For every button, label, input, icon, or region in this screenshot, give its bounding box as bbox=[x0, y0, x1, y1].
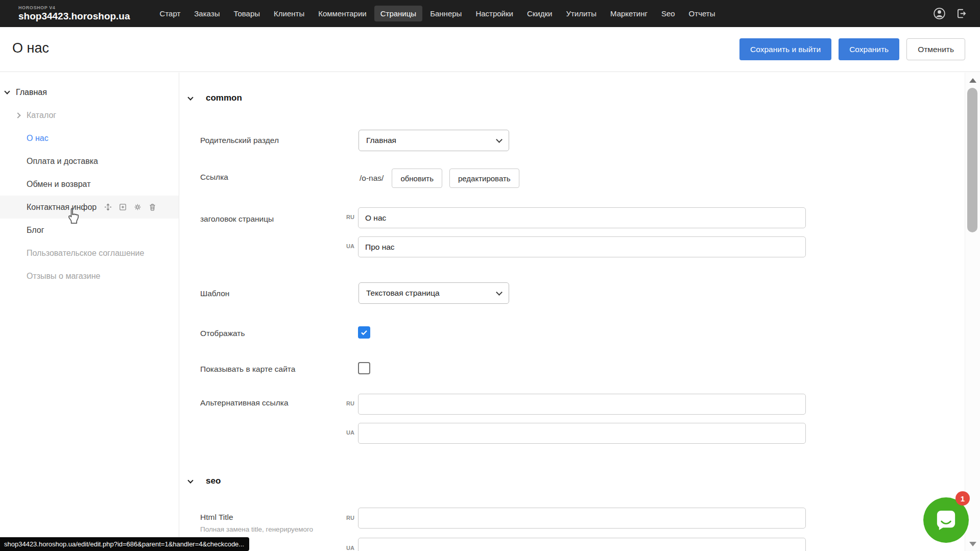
link-path: /o-nas/ bbox=[360, 174, 384, 183]
sidebar-row-actions bbox=[104, 203, 157, 211]
link-controls: /o-nas/ обновить редактировать bbox=[360, 169, 519, 188]
link-refresh-button[interactable]: обновить bbox=[392, 169, 442, 188]
check-icon bbox=[360, 328, 368, 337]
lang-ua-badge: UA bbox=[340, 545, 354, 551]
page-title: О нас bbox=[12, 40, 49, 56]
sidebar-item[interactable]: Главная bbox=[0, 81, 179, 104]
lang-ua-badge: UA bbox=[340, 429, 354, 436]
settings-icon[interactable] bbox=[133, 203, 142, 211]
chat-bubble-icon bbox=[934, 508, 958, 532]
link-label: Ссылка bbox=[200, 173, 228, 182]
alt-link-ru-input[interactable] bbox=[358, 394, 806, 415]
sidebar-item[interactable]: Отзывы о магазине bbox=[0, 265, 179, 288]
header-buttons: Сохранить и выйти Сохранить Отменить bbox=[739, 38, 965, 60]
sidebar-item-label: О нас bbox=[27, 134, 49, 143]
chevron-down-icon bbox=[187, 477, 193, 483]
add-icon[interactable] bbox=[118, 203, 127, 211]
parent-section-label: Родительский раздел bbox=[200, 136, 279, 145]
template-value: Текстовая страница bbox=[366, 289, 440, 298]
html-title-ru-input[interactable] bbox=[358, 508, 806, 529]
nav-item[interactable]: Маркетинг bbox=[604, 6, 654, 21]
section-seo[interactable]: seo bbox=[188, 476, 221, 486]
nav-item[interactable]: Заказы bbox=[188, 6, 226, 21]
logout-icon[interactable] bbox=[955, 7, 968, 20]
nav-item[interactable]: Страницы bbox=[374, 6, 422, 21]
move-icon[interactable] bbox=[104, 203, 112, 211]
lang-ru-badge: RU bbox=[340, 400, 354, 406]
chevron-down-icon bbox=[496, 136, 503, 143]
cancel-button[interactable]: Отменить bbox=[906, 38, 965, 60]
pages-tree-sidebar: ГлавнаяКаталогО насОплата и доставкаОбме… bbox=[0, 73, 179, 551]
alt-link-label: Альтернативная ссылка bbox=[200, 398, 289, 408]
chevron-right-icon[interactable] bbox=[15, 112, 20, 118]
sidebar-item-label: Главная bbox=[16, 88, 47, 97]
sidebar-item[interactable]: Пользовательское соглашение bbox=[0, 242, 179, 265]
nav-item[interactable]: Клиенты bbox=[268, 6, 310, 21]
sidebar-item-label: Отзывы о магазине bbox=[27, 272, 101, 281]
delete-icon[interactable] bbox=[148, 203, 157, 211]
nav-item[interactable]: Старт bbox=[154, 6, 187, 21]
logo-domain: shop34423.horoshop.ua bbox=[18, 11, 130, 22]
account-icon[interactable] bbox=[933, 7, 946, 20]
sidebar-item[interactable]: Блог bbox=[0, 219, 179, 242]
logo[interactable]: HOROSHOP V4 shop34423.horoshop.ua bbox=[18, 6, 130, 22]
lang-ru-badge: RU bbox=[340, 214, 354, 220]
sidebar-item[interactable]: О нас bbox=[0, 127, 179, 150]
sidebar-item[interactable]: Обмен и возврат bbox=[0, 173, 179, 196]
sitemap-checkbox[interactable] bbox=[358, 362, 370, 374]
chat-widget-button[interactable]: 1 bbox=[923, 497, 969, 543]
parent-section-value: Главная bbox=[366, 136, 396, 145]
nav-item[interactable]: Комментарии bbox=[312, 6, 372, 21]
page-header: О нас Сохранить и выйти Сохранить Отмени… bbox=[0, 27, 980, 72]
scrollbar-down-arrow[interactable] bbox=[969, 542, 976, 546]
scrollbar-up-arrow[interactable] bbox=[969, 78, 976, 83]
section-common[interactable]: common bbox=[188, 93, 242, 103]
nav-item[interactable]: Скидки bbox=[521, 6, 558, 21]
navbar-menu: СтартЗаказыТоварыКлиентыКомментарииСтран… bbox=[154, 6, 722, 21]
sidebar-item-label: Каталог bbox=[27, 111, 56, 120]
nav-item[interactable]: Отчеты bbox=[683, 6, 722, 21]
nav-item[interactable]: Настройки bbox=[469, 6, 519, 21]
chevron-down-icon bbox=[187, 94, 193, 100]
sidebar-item[interactable]: Каталог bbox=[0, 104, 179, 127]
nav-item[interactable]: Seo bbox=[655, 6, 681, 21]
page-title-ru-input[interactable] bbox=[358, 207, 806, 228]
sidebar-tree: ГлавнаяКаталогО насОплата и доставкаОбме… bbox=[0, 81, 179, 288]
page-title-ua-input[interactable] bbox=[358, 236, 806, 257]
display-checkbox[interactable] bbox=[358, 326, 370, 339]
section-seo-label: seo bbox=[206, 476, 221, 486]
display-label: Отображать bbox=[200, 329, 245, 338]
sidebar-item-label: Блог bbox=[27, 226, 44, 235]
alt-link-ua-input[interactable] bbox=[358, 423, 806, 444]
sidebar-item-label: Пользовательское соглашение bbox=[27, 249, 144, 258]
page-edit-form: common Родительский раздел Главная Ссылк… bbox=[180, 73, 965, 551]
link-edit-button[interactable]: редактировать bbox=[449, 169, 519, 188]
top-navbar: HOROSHOP V4 shop34423.horoshop.ua СтартЗ… bbox=[0, 0, 980, 27]
chat-unread-badge: 1 bbox=[955, 491, 970, 506]
chevron-down-icon bbox=[496, 289, 503, 296]
sitemap-label: Показывать в карте сайта bbox=[200, 365, 295, 374]
status-url-bar: shop34423.horoshop.ua/edit/edit.php?id=6… bbox=[0, 537, 249, 551]
save-and-exit-button[interactable]: Сохранить и выйти bbox=[739, 38, 831, 60]
logo-version: HOROSHOP V4 bbox=[18, 6, 130, 11]
save-button[interactable]: Сохранить bbox=[839, 38, 899, 60]
scrollbar-thumb[interactable] bbox=[967, 88, 977, 232]
nav-item[interactable]: Утилиты bbox=[560, 6, 603, 21]
chevron-down-icon[interactable] bbox=[4, 88, 10, 94]
template-select[interactable]: Текстовая страница bbox=[358, 282, 509, 304]
sidebar-item-label: Оплата и доставка bbox=[27, 157, 98, 166]
sidebar-item-label: Обмен и возврат bbox=[27, 180, 90, 189]
nav-item[interactable]: Баннеры bbox=[424, 6, 468, 21]
html-title-label: Html Title bbox=[200, 513, 233, 522]
scrollbar bbox=[965, 73, 980, 551]
section-common-label: common bbox=[206, 93, 242, 103]
sidebar-item[interactable]: Оплата и доставка bbox=[0, 150, 179, 173]
navbar-right bbox=[933, 7, 968, 20]
nav-item[interactable]: Товары bbox=[227, 6, 266, 21]
sidebar-item[interactable]: Контактная инфор bbox=[0, 196, 179, 219]
html-title-ua-input[interactable] bbox=[358, 538, 806, 551]
lang-ua-badge: UA bbox=[340, 243, 354, 249]
lang-ru-badge: RU bbox=[340, 515, 354, 521]
parent-section-select[interactable]: Главная bbox=[358, 130, 509, 151]
template-label: Шаблон bbox=[200, 289, 229, 298]
